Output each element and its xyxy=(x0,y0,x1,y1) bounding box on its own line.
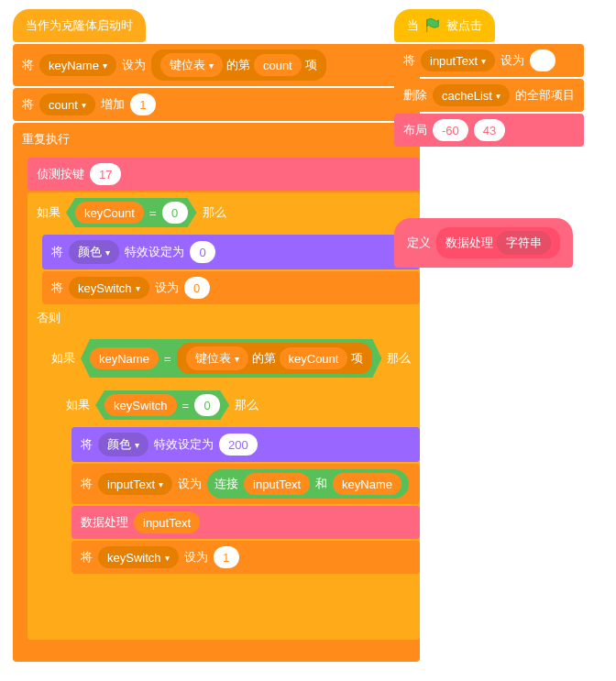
label-allitems: 的全部项目 xyxy=(515,87,575,104)
label-and: 和 xyxy=(315,476,327,492)
block-goto-xy[interactable]: 布局 -60 43 xyxy=(394,114,584,147)
label-set6: 将 xyxy=(81,476,93,492)
label-effect2: 特效设定为 xyxy=(154,436,214,453)
block-delete-all-cachelist[interactable]: 删除 cacheList 的全部项目 xyxy=(394,79,584,112)
reporter-list-item[interactable]: 键位表 的第 count 项 xyxy=(151,49,326,81)
label-dataproc: 数据处理 xyxy=(81,514,128,531)
c-if-keyname-match[interactable]: 如果 keyName = 键位表 的第 keyCount 项 xyxy=(42,334,420,618)
var-keycount[interactable]: keyCount xyxy=(75,202,144,224)
dropdown-keyname[interactable]: keyName xyxy=(39,54,116,76)
label-set4: 将 xyxy=(51,280,63,296)
var-keyswitch2[interactable]: keySwitch xyxy=(104,394,177,416)
input-empty[interactable] xyxy=(530,49,556,71)
dropdown-cachelist[interactable]: cacheList xyxy=(433,84,510,106)
right-script-stack-1: 当 被点击 将 inputText 设为 删除 cacheList 的全部项目 … xyxy=(394,9,584,147)
dropdown-color2[interactable]: 颜色 xyxy=(98,433,148,456)
c-if-else-keycount[interactable]: 如果 keyCount = 0 那么 将 颜色 特效设定为 0 xyxy=(28,192,420,640)
label-setto4: 设为 xyxy=(184,549,208,566)
input-effect-0[interactable]: 0 xyxy=(190,241,215,263)
input-17[interactable]: 17 xyxy=(90,163,121,185)
label-set5: 将 xyxy=(81,436,93,453)
label-set2: 将 xyxy=(22,96,34,113)
label-setto: 设为 xyxy=(122,57,146,73)
cond-keycount-eq-0[interactable]: keyCount = 0 xyxy=(66,198,197,227)
label-clicked: 被点击 xyxy=(446,17,482,34)
block-set-keyname[interactable]: 将 keyName 设为 键位表 的第 count 项 xyxy=(13,44,420,86)
label-set: 将 xyxy=(22,57,34,73)
label-then: 那么 xyxy=(203,204,226,221)
label-set7: 将 xyxy=(81,549,93,566)
cond-keyswitch-eq-0[interactable]: keySwitch = 0 xyxy=(95,390,229,420)
var-keyname2[interactable]: keyName xyxy=(90,347,159,369)
label-change: 增加 xyxy=(101,96,125,113)
reporter-join[interactable]: 连接 inputText 和 keyName xyxy=(207,469,409,499)
input-zero2[interactable]: 0 xyxy=(194,394,220,416)
dropdown-inputtext-r[interactable]: inputText xyxy=(421,49,495,71)
label-effect: 特效设定为 xyxy=(125,244,184,260)
c-if-keyswitch-0[interactable]: 如果 keySwitch = 0 那么 xyxy=(57,385,420,596)
block-set-inputtext-empty[interactable]: 将 inputText 设为 xyxy=(394,44,584,77)
block-set-keyswitch-0[interactable]: 将 keySwitch 设为 0 xyxy=(42,271,420,304)
cond-keyname-eq-item[interactable]: keyName = 键位表 的第 keyCount 项 xyxy=(81,339,381,378)
label-set3: 将 xyxy=(51,244,63,260)
block-set-color-effect-0[interactable]: 将 颜色 特效设定为 0 xyxy=(42,235,420,269)
input-ks-1[interactable]: 1 xyxy=(214,546,239,568)
block-set-keyswitch-1[interactable]: 将 keySwitch 设为 1 xyxy=(72,541,420,574)
label-then3: 那么 xyxy=(235,397,258,413)
label-xiang2: 项 xyxy=(351,350,363,367)
block-set-color-effect-200[interactable]: 将 颜色 特效设定为 200 xyxy=(72,427,420,462)
c-forever[interactable]: 重复执行 侦测按键 17 如果 keyCount = 0 那么 xyxy=(13,123,420,662)
label-eq: = xyxy=(149,206,157,220)
label-setto-r1: 设为 xyxy=(500,52,524,69)
label-then2: 那么 xyxy=(387,350,411,367)
label-join: 连接 xyxy=(214,476,238,492)
label-dedi: 的第 xyxy=(226,57,250,73)
label-xiang: 项 xyxy=(305,57,317,73)
proc-param-string[interactable]: 字符串 xyxy=(497,231,551,255)
label-if3: 如果 xyxy=(66,397,90,413)
block-detect-key[interactable]: 侦测按键 17 xyxy=(28,158,420,191)
hat-when-clone-start[interactable]: 当作为克隆体启动时 xyxy=(13,9,146,42)
block-change-count[interactable]: 将 count 增加 1 xyxy=(13,88,420,121)
left-script-stack: 当作为克隆体启动时 将 keyName 设为 键位表 的第 count 项 将 … xyxy=(13,9,420,662)
block-set-inputtext-join[interactable]: 将 inputText 设为 连接 inputText 和 keyName xyxy=(72,464,420,504)
green-flag-icon xyxy=(424,17,441,34)
right-script-stack-2: 定义 数据处理 字符串 xyxy=(394,218,573,268)
var-inputtext2[interactable]: inputText xyxy=(244,473,310,495)
hat-when-flag-clicked[interactable]: 当 被点击 xyxy=(394,9,495,42)
input-ks-0[interactable]: 0 xyxy=(184,277,210,299)
reporter-list-item2[interactable]: 键位表 的第 keyCount 项 xyxy=(177,343,373,374)
block-call-dataproc[interactable]: 数据处理 inputText xyxy=(72,506,420,539)
var-count[interactable]: count xyxy=(254,54,302,76)
var-keyname3[interactable]: keyName xyxy=(333,473,402,495)
dropdown-keytable2[interactable]: 键位表 xyxy=(186,346,248,370)
input-y[interactable]: 43 xyxy=(474,119,505,141)
dropdown-color[interactable]: 颜色 xyxy=(69,240,119,264)
label-eq2: = xyxy=(164,352,171,366)
proc-name: 数据处理 xyxy=(446,235,493,251)
dropdown-inputtext[interactable]: inputText xyxy=(98,473,172,495)
dropdown-keyswitch3[interactable]: keySwitch xyxy=(98,546,179,568)
input-effect-200[interactable]: 200 xyxy=(219,434,258,456)
input-x[interactable]: -60 xyxy=(433,119,468,141)
label-define: 定义 xyxy=(407,235,431,251)
var-keycount2[interactable]: keyCount xyxy=(280,347,348,369)
label-forever: 重复执行 xyxy=(22,131,70,148)
label-dedi2: 的第 xyxy=(252,350,276,367)
label-when: 当 xyxy=(407,17,419,34)
label-if2: 如果 xyxy=(51,350,75,367)
label-set-r1: 将 xyxy=(403,52,415,69)
dropdown-keytable[interactable]: 键位表 xyxy=(160,53,223,77)
arg-inputtext[interactable]: inputText xyxy=(134,511,200,533)
label-eq3: = xyxy=(182,399,190,412)
label-setto3: 设为 xyxy=(178,476,202,492)
dropdown-count[interactable]: count xyxy=(39,93,95,115)
hat-define-dataproc[interactable]: 定义 数据处理 字符串 xyxy=(394,218,573,268)
hat-label: 当作为克隆体启动时 xyxy=(26,17,133,34)
label-goto: 布局 xyxy=(403,122,427,138)
input-zero[interactable]: 0 xyxy=(162,202,188,224)
label-delete: 删除 xyxy=(403,87,427,104)
input-one[interactable]: 1 xyxy=(130,93,156,115)
label-setto2: 设为 xyxy=(155,280,179,296)
dropdown-keyswitch[interactable]: keySwitch xyxy=(69,277,149,299)
